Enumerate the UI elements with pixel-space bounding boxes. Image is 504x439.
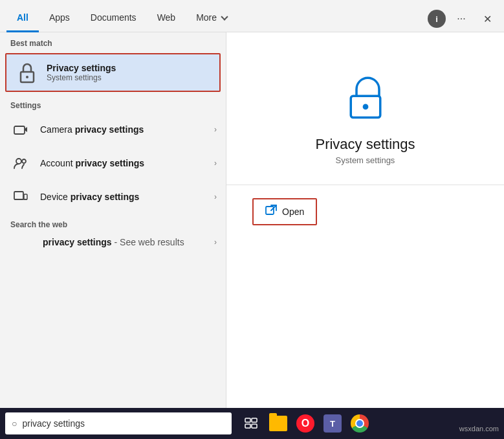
chrome-inner-circle [355, 419, 364, 428]
best-match-item[interactable]: Privacy settings System settings [5, 53, 221, 92]
list-item-device[interactable]: Device privacy settings › [0, 180, 226, 214]
opera-icon[interactable]: O [294, 412, 317, 435]
account-arrow-icon: › [214, 159, 217, 168]
svg-rect-2 [14, 126, 25, 134]
main-content: Best match Privacy settings System setti… [0, 32, 504, 439]
camera-icon [9, 118, 32, 141]
device-icon [9, 185, 32, 208]
device-arrow-icon: › [214, 192, 217, 201]
taskbar-search: ○ [5, 412, 232, 434]
svg-point-5 [22, 159, 26, 163]
svg-rect-12 [245, 418, 250, 422]
tab-documents[interactable]: Documents [80, 5, 147, 32]
svg-rect-13 [252, 418, 257, 422]
account-item-text: Account privacy settings [40, 158, 214, 168]
chevron-down-icon [221, 13, 228, 20]
svg-rect-6 [14, 192, 23, 199]
tab-more[interactable]: More [186, 5, 237, 32]
svg-point-4 [16, 159, 21, 164]
best-match-subtitle: System settings [47, 73, 116, 82]
svg-rect-14 [245, 424, 250, 428]
svg-rect-15 [252, 424, 257, 428]
device-item-text: Device privacy settings [40, 192, 214, 202]
taskbar-icons: O T [239, 412, 371, 435]
camera-item-text: Camera privacy settings [40, 124, 214, 135]
user-avatar[interactable]: i [428, 10, 446, 28]
best-match-title: Privacy settings [47, 63, 116, 73]
svg-point-10 [362, 104, 368, 110]
list-item-camera[interactable]: Camera privacy settings › [0, 113, 226, 146]
tabs-bar: All Apps Documents Web More i ··· ✕ [0, 0, 504, 32]
chrome-logo [351, 414, 369, 433]
opera-logo: O [296, 414, 314, 433]
web-item-text: privacy settings - See web results [43, 237, 209, 247]
file-explorer-icon[interactable] [267, 412, 290, 435]
taskbar: ○ O T wsxdan.com [0, 408, 504, 439]
svg-rect-11 [266, 207, 274, 214]
tab-all[interactable]: All [6, 5, 39, 32]
close-button[interactable]: ✕ [477, 8, 498, 29]
svg-point-1 [26, 76, 28, 78]
open-icon [265, 205, 277, 219]
ellipsis-button[interactable]: ··· [451, 8, 472, 29]
list-item-account[interactable]: Account privacy settings › [0, 146, 226, 180]
taskbar-search-input[interactable] [22, 418, 225, 429]
lock-icon [16, 61, 39, 84]
best-match-text: Privacy settings System settings [47, 63, 116, 82]
teams-icon[interactable]: T [321, 412, 344, 435]
search-window: All Apps Documents Web More i ··· ✕ Best… [0, 0, 504, 439]
tab-apps[interactable]: Apps [39, 5, 80, 32]
taskbar-search-icon: ○ [12, 418, 17, 429]
teams-logo: T [323, 414, 342, 433]
task-view-icon[interactable] [239, 412, 263, 435]
web-label: Search the web [0, 214, 226, 232]
chrome-icon[interactable] [348, 412, 371, 435]
open-button[interactable]: Open [252, 198, 317, 225]
app-title: Privacy settings [315, 136, 415, 153]
open-label: Open [282, 207, 304, 217]
settings-label: Settings [0, 95, 226, 113]
tab-web[interactable]: Web [147, 5, 186, 32]
left-panel: Best match Privacy settings System setti… [0, 32, 226, 439]
watermark: wsxdan.com [459, 425, 499, 433]
best-match-label: Best match [0, 32, 226, 51]
window-controls: i ··· ✕ [428, 8, 498, 32]
divider [226, 185, 504, 185]
folder-icon [269, 416, 287, 431]
web-search-item[interactable]: privacy settings - See web results › [0, 232, 226, 253]
right-panel: Privacy settings System settings Open [226, 32, 504, 439]
account-icon [9, 152, 32, 175]
camera-arrow-icon: › [214, 125, 217, 134]
web-arrow-icon: › [214, 238, 217, 247]
svg-rect-7 [24, 194, 27, 199]
app-icon-large [340, 71, 391, 123]
app-subtitle: System settings [336, 155, 395, 165]
